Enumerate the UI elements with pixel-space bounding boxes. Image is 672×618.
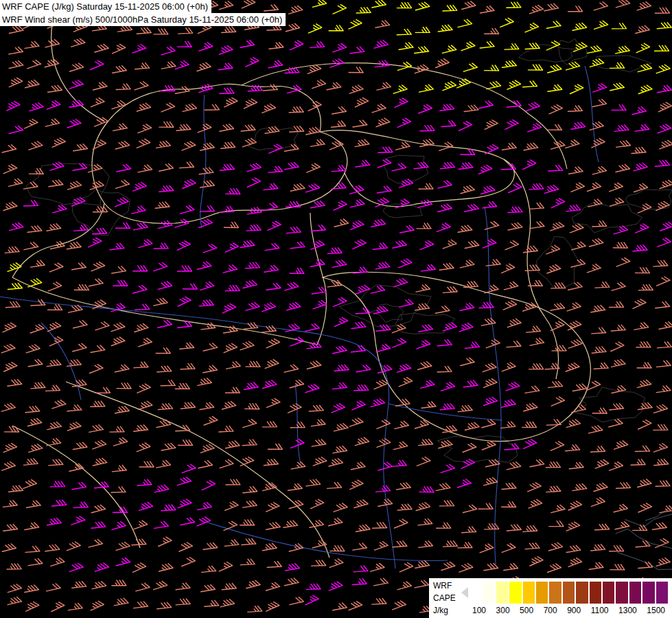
wind-barb [313, 300, 327, 308]
legend-param-label: CAPE [433, 593, 456, 603]
wind-barb [134, 520, 148, 529]
wind-barb [220, 88, 234, 93]
wind-barb [183, 284, 197, 289]
wind-barb [67, 405, 82, 411]
legend-tick-row: 100300500700900110013001500 [461, 604, 668, 615]
wind-barb [376, 118, 390, 127]
wind-barb [157, 420, 171, 428]
wind-barb [306, 184, 320, 192]
wind-barb [374, 380, 388, 389]
wind-barb [111, 337, 125, 346]
wind-barb [502, 61, 517, 68]
wind-barb [25, 41, 39, 48]
wind-barb [487, 82, 501, 89]
wind-barb [178, 440, 193, 446]
wind-barb [180, 343, 194, 349]
wind-barb [356, 365, 371, 371]
wind-barb [203, 343, 217, 351]
wind-barb [528, 124, 542, 132]
wind-barb [268, 60, 283, 68]
wind-barb [660, 180, 672, 188]
wind-barb [395, 421, 408, 428]
wind-barb [484, 478, 498, 485]
cape-contour [384, 155, 428, 183]
wind-barb [437, 340, 452, 346]
wind-barb [377, 82, 391, 90]
wind-barb [220, 124, 234, 132]
wind-barb [8, 379, 22, 386]
wind-barb [592, 167, 606, 174]
wind-barb [592, 347, 606, 353]
wind-barb [458, 225, 472, 232]
wind-barb [27, 226, 42, 233]
wind-barb [371, 220, 386, 227]
wind-barb [264, 459, 278, 466]
wind-barb [658, 342, 672, 348]
wind-barb [458, 405, 472, 411]
wind-barb [244, 99, 257, 108]
weather-map [0, 0, 672, 618]
wind-barb [308, 24, 321, 33]
wind-barb [47, 584, 61, 591]
wind-barb [614, 441, 628, 449]
wind-barb [356, 308, 370, 313]
wind-barb [72, 380, 86, 387]
wind-barb [414, 162, 428, 169]
wind-barb [530, 222, 544, 229]
wind-barb [137, 103, 150, 111]
wind-barb [73, 442, 87, 449]
wind-barb [351, 345, 365, 352]
wind-barb [327, 248, 342, 254]
wind-barb [3, 165, 17, 174]
wind-barb [113, 44, 126, 54]
wind-barb [49, 180, 63, 187]
wind-barb [636, 268, 650, 273]
wind-barb [419, 183, 433, 189]
wind-barb [305, 385, 319, 393]
wind-barb [266, 283, 281, 290]
wind-barb [552, 198, 565, 208]
wind-barb [132, 45, 146, 54]
wind-barb [179, 542, 193, 551]
wind-barb [479, 101, 494, 108]
wind-barb [393, 442, 407, 449]
wind-barb [197, 62, 211, 71]
wind-barb [616, 46, 630, 54]
wind-barb [48, 305, 62, 310]
wind-barb [373, 523, 387, 528]
wind-barb [45, 545, 60, 551]
wind-barb [502, 363, 515, 371]
wind-barb [290, 184, 305, 192]
wind-barb [374, 578, 389, 586]
wind-barb [349, 418, 363, 426]
legend-swatch [509, 582, 521, 604]
wind-barb [161, 47, 175, 55]
wind-barb [268, 221, 281, 230]
wind-barb [268, 166, 283, 172]
wind-barb [502, 400, 516, 407]
wind-barb [24, 459, 38, 465]
wind-barb [354, 566, 368, 572]
legend-swatch [470, 582, 481, 604]
wind-barb [8, 584, 21, 593]
wind-barb [243, 280, 257, 288]
wind-barb [262, 422, 277, 427]
wind-barb [285, 162, 299, 170]
wind-barb [569, 167, 583, 174]
wind-barb [154, 29, 168, 34]
wind-barb [481, 186, 495, 194]
wind-barb [312, 287, 326, 294]
wind-barb [113, 66, 127, 73]
wind-barb [504, 564, 518, 571]
wind-barb [417, 340, 430, 349]
wind-barb [397, 3, 411, 8]
wind-barb [435, 306, 450, 314]
wind-barb [112, 466, 126, 472]
wind-barb [307, 342, 321, 348]
wind-barb [91, 601, 104, 610]
wind-barb [595, 459, 609, 468]
wind-barb [225, 387, 240, 393]
wind-barb [269, 43, 283, 49]
wind-barb [660, 140, 672, 148]
cape-contour [575, 387, 645, 422]
